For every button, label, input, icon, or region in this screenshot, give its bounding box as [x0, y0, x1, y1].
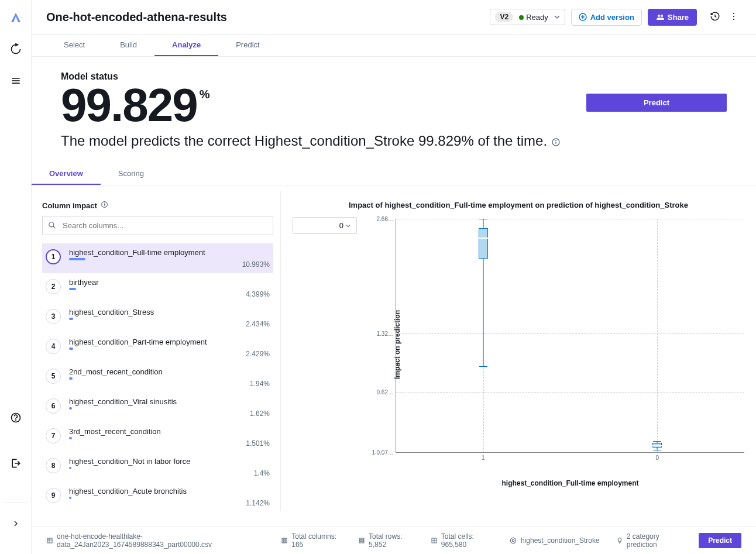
impact-name: birthyear	[69, 278, 270, 287]
impact-item[interactable]: 4highest_condition_Part-time employment2…	[42, 333, 273, 363]
accuracy-description: The model predicts the correct Highest_c…	[61, 131, 587, 152]
tab-predict[interactable]: Predict	[218, 35, 277, 56]
footer-file: one-hot-encode-healthlake-data_24Jan2023…	[46, 532, 264, 549]
refresh-icon[interactable]	[9, 42, 23, 56]
impact-name: highest_condition_Full-time employment	[69, 248, 270, 257]
chart-plot: 2.66… 1.32… 0.62… -0.07… 1 1 0	[396, 219, 744, 453]
svg-point-4	[15, 420, 16, 421]
impact-item[interactable]: 52nd_most_recent_condition1.94%	[42, 363, 273, 393]
people-icon	[656, 13, 664, 21]
impact-name: highest_condition_Part-time employment	[69, 338, 270, 346]
impact-pct: 4.399%	[69, 290, 270, 298]
tab-build[interactable]: Build	[102, 35, 154, 56]
expand-icon[interactable]	[9, 517, 23, 531]
exit-icon[interactable]	[9, 456, 23, 470]
app-logo[interactable]	[9, 11, 23, 25]
status-dot	[519, 15, 524, 20]
footer-cells: Total cells: 965,580	[431, 532, 493, 549]
svg-point-31	[510, 538, 516, 543]
version-selector[interactable]: V2 Ready	[490, 9, 565, 25]
impact-name: highest_condition_Acute bronchitis	[69, 487, 270, 495]
impact-name: highest_condition_Viral sinusitis	[69, 397, 270, 406]
svg-line-18	[53, 226, 56, 229]
info-icon[interactable]	[101, 201, 108, 210]
svg-rect-27	[359, 542, 364, 543]
chart-title: Impact of highest_condition_Full-time em…	[293, 201, 744, 209]
svg-rect-24	[286, 538, 287, 543]
impact-rank: 1	[46, 249, 61, 264]
accuracy-value: 99.829	[61, 82, 197, 129]
footer-predict-button[interactable]: Predict	[699, 533, 741, 548]
impact-item[interactable]: 6highest_condition_Viral sinusitis1.62%	[42, 393, 273, 422]
impact-rank: 3	[46, 309, 61, 324]
svg-point-13	[555, 140, 556, 141]
sub-tab-overview[interactable]: Overview	[32, 163, 101, 185]
svg-point-7	[661, 15, 663, 17]
impact-item[interactable]: 8highest_condition_Not in labor force1.4…	[42, 452, 273, 482]
impact-pct: 2.434%	[69, 320, 270, 328]
impact-name: 3rd_most_recent_condition	[69, 427, 270, 436]
rows-icon	[358, 536, 365, 545]
chevron-down-icon	[554, 14, 560, 20]
help-icon[interactable]	[9, 411, 23, 425]
svg-rect-26	[359, 540, 364, 541]
sub-tab-scoring[interactable]: Scoring	[101, 163, 161, 185]
list-icon[interactable]	[9, 74, 23, 88]
search-icon	[48, 221, 56, 232]
svg-point-17	[49, 222, 54, 227]
tab-analyze[interactable]: Analyze	[154, 35, 218, 56]
footer-rows: Total rows: 5,852	[358, 532, 414, 549]
impact-rank: 7	[46, 428, 61, 443]
status-text: Ready	[526, 13, 548, 22]
footer-target: highest_condition_Stroke	[509, 536, 600, 545]
impact-pct: 1.94%	[69, 380, 270, 388]
impact-pct: 1.4%	[69, 469, 270, 477]
impact-name: highest_condition_Not in labor force	[69, 457, 270, 466]
svg-rect-23	[284, 538, 285, 543]
impact-pct: 2.429%	[69, 350, 270, 358]
accuracy-unit: %	[200, 88, 210, 101]
columns-icon	[281, 536, 288, 545]
impact-rank: 2	[46, 279, 61, 294]
svg-point-6	[658, 15, 660, 17]
impact-item[interactable]: 73rd_most_recent_condition1.501%	[42, 422, 273, 452]
impact-item[interactable]: 2birthyear4.399%	[42, 273, 273, 303]
info-icon[interactable]	[551, 132, 561, 152]
impact-rank: 9	[46, 488, 61, 503]
impact-name: 2nd_most_recent_condition	[69, 367, 270, 376]
version-badge: V2	[495, 12, 513, 22]
predict-button[interactable]: Predict	[586, 94, 727, 112]
impact-rank: 8	[46, 458, 61, 473]
search-input[interactable]	[42, 216, 273, 235]
tab-select[interactable]: Select	[46, 35, 102, 56]
x-axis-label: highest_condition_Full-time employment	[501, 479, 638, 487]
svg-rect-25	[359, 538, 364, 539]
impact-item[interactable]: 9highest_condition_Acute bronchitis1.142…	[42, 482, 273, 511]
impact-pct: 1.142%	[69, 499, 270, 507]
column-impact-title: Column impact	[42, 201, 97, 210]
svg-rect-22	[282, 538, 283, 543]
svg-point-16	[104, 204, 105, 204]
svg-point-9	[733, 15, 734, 16]
plus-circle-icon	[579, 13, 587, 21]
share-button[interactable]: Share	[648, 9, 697, 26]
impact-name: highest_condition_Stress	[69, 308, 270, 316]
chart-filter-dropdown[interactable]: 0	[293, 217, 357, 234]
svg-rect-19	[47, 538, 52, 543]
svg-point-8	[733, 12, 734, 13]
svg-point-10	[733, 19, 734, 20]
footer-category: 2 category prediction	[616, 532, 683, 549]
impact-rank: 5	[46, 369, 61, 384]
history-icon[interactable]	[707, 9, 723, 26]
impact-pct: 1.501%	[69, 439, 270, 448]
add-version-button[interactable]: Add version	[571, 9, 642, 26]
impact-item[interactable]: 1highest_condition_Full-time employment1…	[42, 243, 273, 273]
footer-cols: Total columns: 165	[281, 532, 342, 549]
impact-item[interactable]: 3highest_condition_Stress2.434%	[42, 303, 273, 333]
impact-rank: 4	[46, 339, 61, 354]
grid-icon	[431, 536, 438, 545]
more-icon[interactable]	[726, 9, 741, 26]
table-icon	[46, 536, 53, 545]
page-title: One-hot-encoded-athena-results	[46, 11, 490, 24]
target-icon	[509, 536, 517, 545]
